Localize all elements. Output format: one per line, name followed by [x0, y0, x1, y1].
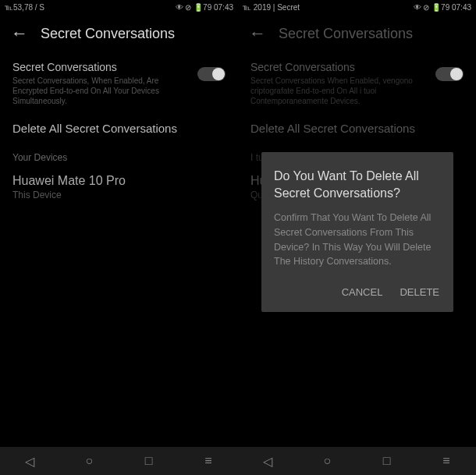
nav-home-icon[interactable]: ○ — [59, 454, 119, 468]
back-icon[interactable]: ← — [11, 23, 28, 44]
status-left: ℡ 2019 | Secret — [243, 3, 300, 12]
devices-section: Your Devices Huawei Mate 10 Pro This Dev… — [0, 143, 238, 210]
device-sub: This Device — [12, 190, 226, 200]
delete-confirmation-dialog: Do You Want To Delete All Secret Convers… — [261, 152, 453, 312]
dialog-body: Confirm That You Want To Delete All Secr… — [274, 211, 441, 269]
delete-all-button[interactable]: Delete All Secret Conversations — [0, 111, 238, 143]
secret-conversations-toggle[interactable] — [197, 67, 226, 81]
toggle-text: Secret Conversations Secret Conversation… — [250, 61, 435, 106]
nav-recent-icon[interactable]: □ — [357, 454, 417, 468]
screen-right: ℡ 2019 | Secret 👁 ⊘ 🔋79 07:43 ← Secret C… — [238, 0, 476, 475]
toggle-section: Secret Conversations Secret Conversation… — [0, 53, 238, 111]
status-right: 👁 ⊘ 🔋79 07:43 — [176, 3, 233, 12]
toggle-row: Secret Conversations Secret Conversation… — [12, 61, 226, 106]
header: ← Secret Conversations — [238, 14, 476, 53]
toggle-knob-icon — [212, 68, 225, 80]
status-bar: ℡53,78 / S 👁 ⊘ 🔋79 07:43 — [0, 0, 238, 14]
toggle-description: Secret Conversations, When Enabled, Are … — [12, 76, 176, 106]
devices-label: Your Devices — [12, 152, 226, 163]
status-bar: ℡ 2019 | Secret 👁 ⊘ 🔋79 07:43 — [238, 0, 476, 14]
toggle-row: Secret Conversations Secret Conversation… — [250, 61, 464, 106]
device-name: Huawei Mate 10 Pro — [12, 174, 226, 188]
page-title: Secret Conversations — [41, 26, 175, 42]
page-title: Secret Conversations — [279, 26, 413, 42]
back-icon[interactable]: ← — [249, 23, 266, 44]
header: ← Secret Conversations — [0, 14, 238, 53]
nav-back-icon[interactable]: ◁ — [0, 454, 59, 469]
toggle-knob-icon — [450, 68, 463, 80]
dialog-actions: CANCEL DELETE — [274, 282, 441, 303]
nav-back-icon[interactable]: ◁ — [238, 454, 297, 469]
status-right: 👁 ⊘ 🔋79 07:43 — [414, 3, 471, 12]
dialog-title: Do You Want To Delete All Secret Convers… — [274, 168, 441, 201]
secret-conversations-toggle[interactable] — [435, 67, 464, 81]
delete-button[interactable]: DELETE — [398, 282, 441, 303]
screen-left: ℡53,78 / S 👁 ⊘ 🔋79 07:43 ← Secret Conver… — [0, 0, 238, 475]
toggle-label: Secret Conversations — [250, 61, 435, 73]
nav-recent-icon[interactable]: □ — [119, 454, 179, 468]
status-left: ℡53,78 / S — [5, 3, 44, 12]
toggle-text: Secret Conversations Secret Conversation… — [12, 61, 197, 106]
delete-all-button[interactable]: Delete All Secret Conversations — [238, 111, 476, 143]
nav-bar: ◁ ○ □ ≡ — [238, 447, 476, 475]
nav-home-icon[interactable]: ○ — [297, 454, 357, 468]
toggle-description: Secret Conversations When Enabled, vengo… — [250, 76, 414, 106]
toggle-section: Secret Conversations Secret Conversation… — [238, 53, 476, 111]
nav-menu-icon[interactable]: ≡ — [179, 454, 238, 468]
toggle-label: Secret Conversations — [12, 61, 197, 73]
nav-bar: ◁ ○ □ ≡ — [0, 447, 238, 475]
nav-menu-icon[interactable]: ≡ — [417, 454, 476, 468]
cancel-button[interactable]: CANCEL — [340, 282, 385, 303]
